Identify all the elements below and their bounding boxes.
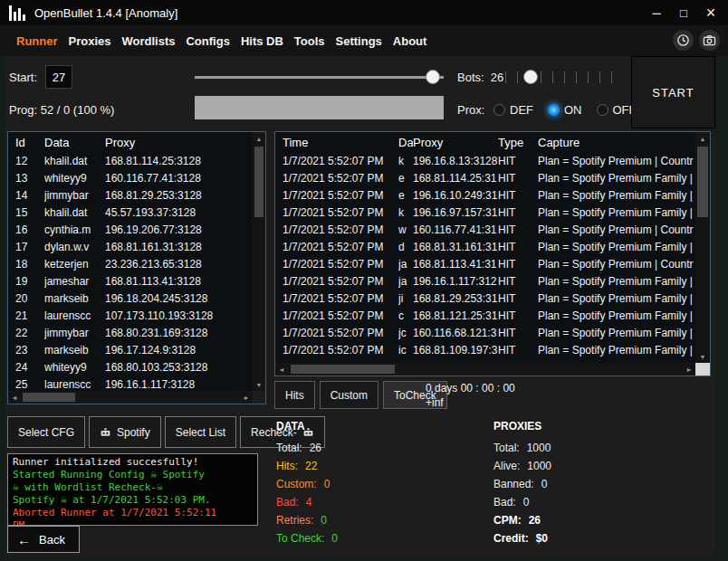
table-row[interactable]: 1/7/2021 5:52:07 PM e 168.81.114.25:31 H…: [275, 169, 695, 186]
column-header-type[interactable]: Type: [498, 136, 538, 149]
back-button[interactable]: ← Back: [7, 526, 80, 553]
proxy-stats-title: PROXIES: [493, 420, 551, 433]
table-row[interactable]: 21 laurenscc 107.173.110.193:3128: [8, 307, 253, 324]
stat-row: Retries: 0: [276, 511, 338, 529]
radio-icon: [548, 104, 560, 116]
column-header-data[interactable]: Data: [398, 136, 413, 149]
table-row[interactable]: 23 markseib 196.17.124.9:3128: [8, 341, 253, 358]
proxy-mode-option[interactable]: DEF: [493, 103, 533, 117]
column-header-proxy[interactable]: Proxy: [105, 136, 265, 149]
scroll-left-icon[interactable]: ◄: [275, 363, 288, 376]
select-list-button[interactable]: Select List: [165, 416, 236, 448]
menu-item[interactable]: Tools: [294, 34, 325, 48]
start-input[interactable]: [45, 65, 72, 89]
proxy-mode-group: DEF ON OFF: [493, 98, 637, 121]
config-button[interactable]: Spotify: [89, 416, 161, 448]
table-row[interactable]: 1/7/2021 5:52:07 PM ic 168.81.109.197:3 …: [275, 341, 695, 358]
table-row[interactable]: 13 whiteyy9 160.116.77.41:3128: [8, 169, 253, 186]
scrollbar-thumb[interactable]: [23, 393, 75, 402]
select-config-button[interactable]: Select CFG: [7, 416, 85, 448]
menu-item[interactable]: Proxies: [69, 34, 111, 48]
table-row[interactable]: 1/7/2021 5:52:07 PM e 196.16.10.249:31 H…: [275, 186, 695, 204]
menu-item[interactable]: Configs: [186, 34, 229, 48]
column-header-data[interactable]: Data: [44, 136, 105, 149]
results-tab[interactable]: Custom: [320, 381, 378, 409]
start-slider[interactable]: [195, 65, 444, 89]
menu-item[interactable]: Wordlists: [121, 34, 175, 48]
column-header-time[interactable]: Time: [283, 136, 398, 149]
window-title: OpenBullet 1.4.4 [Anomaly]: [34, 6, 177, 20]
history-clock-button[interactable]: [673, 30, 694, 51]
scrollbar-corner: [695, 363, 710, 376]
table-row[interactable]: 1/7/2021 5:52:07 PM ji 168.81.29.253:31 …: [275, 290, 695, 307]
table-row[interactable]: 1/7/2021 5:52:07 PM w 160.116.77.41:31 H…: [275, 221, 695, 238]
scrollbar-thumb[interactable]: [254, 147, 263, 217]
scrollbar-thumb[interactable]: [291, 365, 395, 374]
proxy-mode-option[interactable]: ON: [548, 103, 582, 117]
window-edge: [0, 556, 728, 561]
horizontal-scrollbar[interactable]: ◄ ►: [275, 363, 695, 376]
log-line: Started Running Config ☠ Spotify: [13, 469, 253, 481]
scroll-down-icon[interactable]: ▼: [253, 378, 265, 391]
table-row[interactable]: 1/7/2021 5:52:07 PM ja 168.81.113.41:31 …: [275, 255, 695, 272]
proxy-mode-option[interactable]: OFF: [597, 103, 637, 117]
slider-thumb[interactable]: [523, 70, 538, 84]
vertical-scrollbar[interactable]: ▲ ▼: [253, 132, 265, 391]
slider-thumb[interactable]: [426, 70, 440, 84]
table-row[interactable]: 12 khalil.dat 168.81.114.25:3128: [8, 152, 253, 169]
menu-item[interactable]: About: [393, 34, 427, 48]
start-label: Start:: [9, 71, 37, 84]
table-row[interactable]: 1/7/2021 5:52:07 PM d 168.81.31.161:31 H…: [275, 238, 695, 255]
scroll-up-icon[interactable]: ▲: [695, 132, 710, 145]
table-row[interactable]: 25 laurenscc 196.16.1.117:3128: [8, 376, 253, 391]
menu-item[interactable]: Settings: [336, 34, 382, 48]
table-row[interactable]: 24 whiteyy9 168.80.103.253:3128: [8, 358, 253, 376]
table-row[interactable]: 17 dylan.w.v 168.81.161.31:3128: [8, 238, 253, 255]
stat-row: CPM: 26: [493, 511, 551, 529]
menu-item[interactable]: Runner: [16, 34, 58, 48]
app-logo-icon: [9, 5, 25, 21]
vertical-scrollbar[interactable]: ▲ ▼: [695, 132, 710, 363]
bots-slider[interactable]: [505, 65, 623, 89]
scroll-down-icon[interactable]: ▼: [695, 350, 710, 363]
slider-track[interactable]: [195, 76, 444, 79]
progress-label: Prog: 52 / 0 (100 %): [9, 103, 114, 117]
results-tab[interactable]: Hits: [274, 381, 315, 409]
window-edge: [715, 56, 728, 561]
table-row[interactable]: 22 jimmybar 168.80.231.169:3128: [8, 324, 253, 341]
table-row[interactable]: 1/7/2021 5:52:07 PM k 196.16.8.13:3128 H…: [275, 152, 695, 169]
screenshot-camera-button[interactable]: [699, 30, 720, 51]
scrollbar-thumb[interactable]: [697, 147, 708, 217]
scroll-right-icon[interactable]: ►: [683, 363, 695, 376]
table-row[interactable]: 1/7/2021 5:52:07 PM ja 196.16.1.117:312 …: [275, 272, 695, 290]
minimize-button[interactable]: ─: [643, 0, 670, 25]
wordlist-table: Id Data Proxy 12 khalil.dat 168.81.114.2…: [7, 131, 266, 404]
menu-item[interactable]: Hits DB: [241, 34, 283, 48]
column-header-capture[interactable]: Capture: [538, 136, 710, 149]
eta: +inf: [426, 395, 515, 410]
scroll-left-icon[interactable]: ◄: [8, 391, 21, 404]
table-row[interactable]: 1/7/2021 5:52:07 PM jc 160.116.68.121:3 …: [275, 324, 695, 341]
scroll-up-icon[interactable]: ▲: [253, 132, 265, 145]
close-button[interactable]: ×: [697, 0, 724, 25]
table-row[interactable]: 15 khalil.dat 45.57.193.37:3128: [8, 204, 253, 221]
table-row[interactable]: 16 cynthia.m 196.19.206.77:3128: [8, 221, 253, 238]
progress-bar: [195, 96, 444, 119]
column-header-id[interactable]: Id: [15, 136, 44, 149]
table-row[interactable]: 19 jameshar 168.81.113.41:3128: [8, 272, 253, 290]
start-button[interactable]: START: [631, 56, 715, 128]
bot-icon: [100, 426, 111, 438]
maximize-button[interactable]: □: [670, 0, 697, 25]
table-row[interactable]: 1/7/2021 5:52:07 PM c 168.81.121.25:31 H…: [275, 307, 695, 324]
table-row[interactable]: 18 ketzerjen 23.236.213.65:3128: [8, 255, 253, 272]
hits-table-body: 1/7/2021 5:52:07 PM k 196.16.8.13:3128 H…: [275, 152, 695, 363]
column-header-proxy[interactable]: Proxy: [413, 136, 498, 149]
stat-row: Bad: 4: [276, 493, 338, 511]
table-row[interactable]: 14 jimmybar 168.81.29.253:3128: [8, 186, 253, 204]
scroll-right-icon[interactable]: ►: [240, 391, 253, 404]
camera-icon: [703, 33, 716, 47]
table-row[interactable]: 20 markseib 196.18.204.245:3128: [8, 290, 253, 307]
table-row[interactable]: 1/7/2021 5:52:07 PM k 196.16.97.157:31 H…: [275, 204, 695, 221]
horizontal-scrollbar[interactable]: ◄ ►: [8, 391, 253, 404]
log-line: Runner initialized succesfully!: [13, 456, 253, 469]
